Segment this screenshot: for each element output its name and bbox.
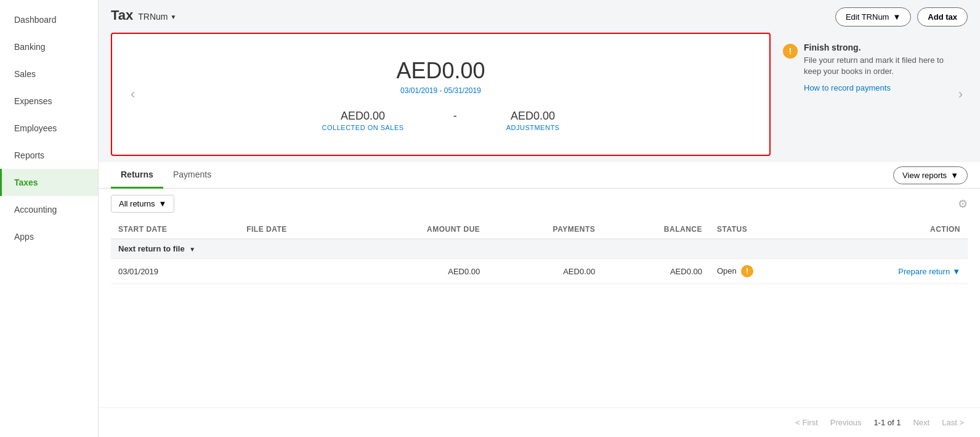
group-row-label: Next return to file ▼ <box>111 239 968 259</box>
prepare-return-chevron-icon: ▼ <box>952 267 960 276</box>
info-text-block: Finish strong. File your return and mark… <box>804 43 955 92</box>
main-amount: AED0.00 <box>396 58 485 84</box>
collected-amount: AED0.00 <box>341 110 385 123</box>
sidebar-item-banking[interactable]: Banking <box>0 33 98 60</box>
cell-action: Prepare return ▼ <box>812 259 968 284</box>
cell-start-date: 03/01/2019 <box>111 259 239 284</box>
filter-chevron-icon: ▼ <box>159 199 167 208</box>
col-action: ACTION <box>812 220 968 239</box>
edit-trnum-label: Edit TRNum <box>846 12 889 22</box>
cell-status: Open ! <box>710 259 812 284</box>
sub-amounts: AED0.00 COLLECTED ON SALES - AED0.00 ADJ… <box>322 110 560 131</box>
tab-returns-label: Returns <box>121 169 153 179</box>
pagination-previous-button[interactable]: Previous <box>827 417 865 428</box>
sidebar-item-apps[interactable]: Apps <box>0 223 98 250</box>
col-amount-due: AMOUNT DUE <box>350 220 487 239</box>
table-row: 03/01/2019 AED0.00 AED0.00 AED0.00 Open … <box>111 259 968 284</box>
edit-trnum-button[interactable]: Edit TRNum ▼ <box>835 7 911 27</box>
pagination-last-button[interactable]: Last > <box>938 417 968 428</box>
adjustments-label: ADJUSTMENTS <box>506 124 560 131</box>
chevron-down-icon: ▼ <box>893 12 901 22</box>
info-link[interactable]: How to record payments <box>804 83 891 92</box>
pagination-page-info: 1-1 of 1 <box>870 417 904 428</box>
summary-card: ‹ AED0.00 03/01/2019 - 05/31/2019 AED0.0… <box>111 33 771 156</box>
top-right-buttons: Edit TRNum ▼ Add tax <box>835 7 968 27</box>
cell-payments: AED0.00 <box>487 259 602 284</box>
adjustments-block: AED0.00 ADJUSTMENTS <box>506 110 560 131</box>
sidebar: Dashboard Banking Sales Expenses Employe… <box>0 0 99 437</box>
settings-gear-button[interactable]: ⚙ <box>958 197 968 211</box>
tab-returns[interactable]: Returns <box>111 162 163 189</box>
info-panel: ! Finish strong. File your return and ma… <box>771 33 968 156</box>
table-area: All returns ▼ ⚙ START DATE FILE DATE AMO… <box>99 189 980 407</box>
adjustments-amount: AED0.00 <box>511 110 555 123</box>
all-returns-label: All returns <box>119 199 155 208</box>
tab-payments[interactable]: Payments <box>163 162 221 189</box>
summary-section: ‹ AED0.00 03/01/2019 - 05/31/2019 AED0.0… <box>99 33 980 156</box>
table-group-row: Next return to file ▼ <box>111 239 968 259</box>
prepare-return-button[interactable]: Prepare return ▼ <box>898 267 960 276</box>
info-description: File your return and mark it filed here … <box>804 55 955 77</box>
date-range: 03/01/2019 - 05/31/2019 <box>400 86 481 95</box>
summary-center: AED0.00 03/01/2019 - 05/31/2019 AED0.00 … <box>141 58 740 131</box>
view-reports-label: View reports <box>902 171 947 180</box>
pagination-next-button[interactable]: Next <box>909 417 933 428</box>
sidebar-item-label: Reports <box>14 150 44 160</box>
view-reports-button[interactable]: View reports ▼ <box>893 166 968 184</box>
col-status: STATUS <box>710 220 812 239</box>
returns-table: START DATE FILE DATE AMOUNT DUE PAYMENTS… <box>111 220 968 284</box>
info-title: Finish strong. <box>804 43 955 52</box>
sidebar-item-label: Banking <box>14 42 46 52</box>
sidebar-item-employees[interactable]: Employees <box>0 115 98 142</box>
sidebar-item-reports[interactable]: Reports <box>0 142 98 169</box>
pagination: < First Previous 1-1 of 1 Next Last > <box>99 407 980 437</box>
cell-file-date <box>239 259 350 284</box>
sidebar-item-label: Employees <box>14 123 57 133</box>
col-balance: BALANCE <box>602 220 710 239</box>
trnum-selector[interactable]: TRNum ▼ <box>138 12 176 22</box>
sidebar-item-label: Sales <box>14 69 36 79</box>
page-title: Tax <box>111 7 133 23</box>
status-warning-icon: ! <box>741 265 753 277</box>
add-tax-label: Add tax <box>928 12 957 22</box>
sidebar-item-label: Expenses <box>14 96 52 106</box>
sidebar-item-dashboard[interactable]: Dashboard <box>0 6 98 33</box>
sidebar-item-label: Dashboard <box>14 15 57 25</box>
tabs-area: Returns Payments View reports ▼ <box>99 162 980 189</box>
dash-symbol: - <box>453 110 457 123</box>
trnum-chevron-icon: ▼ <box>171 14 177 20</box>
title-row: Tax TRNum ▼ Edit TRNum ▼ Add tax <box>99 0 980 27</box>
pagination-first-button[interactable]: < First <box>792 417 821 428</box>
cell-balance: AED0.00 <box>602 259 710 284</box>
col-payments: PAYMENTS <box>487 220 602 239</box>
add-tax-button[interactable]: Add tax <box>917 7 968 27</box>
sidebar-item-taxes[interactable]: Taxes <box>0 169 98 196</box>
all-returns-filter-button[interactable]: All returns ▼ <box>111 195 174 213</box>
view-reports-chevron-icon: ▼ <box>950 171 958 180</box>
cell-amount-due: AED0.00 <box>350 259 487 284</box>
table-header-row: START DATE FILE DATE AMOUNT DUE PAYMENTS… <box>111 220 968 239</box>
tab-payments-label: Payments <box>173 169 211 179</box>
collected-label: COLLECTED ON SALES <box>322 124 404 131</box>
sidebar-item-accounting[interactable]: Accounting <box>0 196 98 223</box>
collected-on-sales-block: AED0.00 COLLECTED ON SALES <box>322 110 404 131</box>
main-content: Tax TRNum ▼ Edit TRNum ▼ Add tax ‹ AED0.… <box>99 0 980 437</box>
sidebar-item-label: Taxes <box>14 178 38 187</box>
sidebar-item-label: Apps <box>14 232 34 242</box>
dash-block: - <box>453 110 457 123</box>
filter-row: All returns ▼ ⚙ <box>111 195 968 213</box>
info-panel-content: ! Finish strong. File your return and ma… <box>783 43 955 92</box>
info-panel-next-icon[interactable]: › <box>958 86 963 102</box>
col-start-date: START DATE <box>111 220 239 239</box>
trnum-label: TRNum <box>138 12 168 22</box>
sidebar-item-sales[interactable]: Sales <box>0 60 98 88</box>
sidebar-item-expenses[interactable]: Expenses <box>0 88 98 115</box>
warning-icon: ! <box>783 44 798 59</box>
sidebar-item-label: Accounting <box>14 205 57 214</box>
col-file-date: FILE DATE <box>239 220 350 239</box>
status-label: Open <box>717 266 737 276</box>
prepare-return-label: Prepare return <box>898 267 950 276</box>
group-chevron-icon: ▼ <box>189 246 195 253</box>
prev-arrow-button[interactable]: ‹ <box>124 86 141 102</box>
